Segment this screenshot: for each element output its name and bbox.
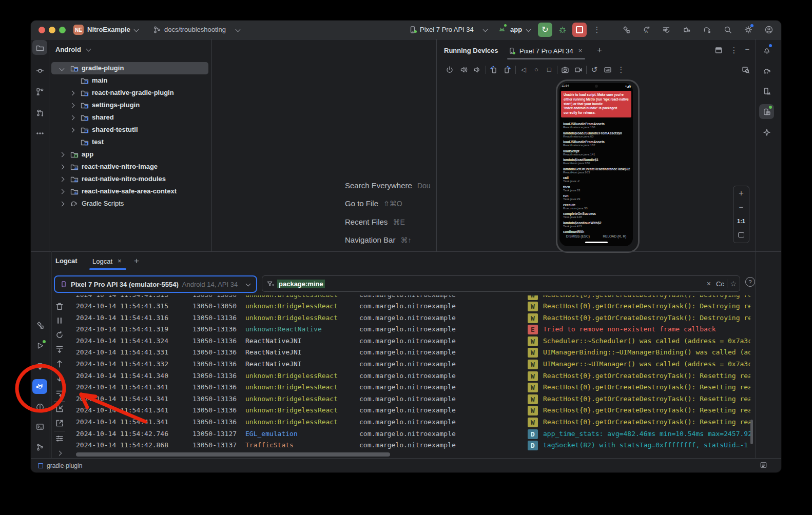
tree-item-gradle-plugin[interactable]: gradle-plugin [51,62,208,74]
tree-chevron-icon[interactable] [70,103,75,108]
logcat-tab[interactable]: Logcat × [92,257,122,265]
project-view-selector[interactable]: Android [55,46,90,53]
tree-chevron-icon[interactable] [60,165,65,170]
logcat-import-icon[interactable] [55,404,64,413]
tool-pull-requests-button[interactable] [32,105,47,120]
logcat-scroll-to-end-icon[interactable] [55,345,64,354]
tree-item-shared[interactable]: shared [51,111,208,124]
panel-hide-icon[interactable]: − [743,45,751,53]
run-configurations-icon[interactable] [662,26,670,34]
ai-assistant-button[interactable] [759,125,774,140]
log-row[interactable]: 2024-10-14 11:54:41.31513050-13050unknow… [72,301,750,312]
emulator-screenshot-icon[interactable] [561,66,569,74]
panel-options-kebab-icon[interactable]: ⋮ [730,46,738,54]
tree-item-gradle-scripts[interactable]: Gradle Scripts [51,197,208,210]
filter-help-icon[interactable]: ? [745,277,755,287]
project-name[interactable]: NitroExample [87,26,130,33]
zoom-fit-button[interactable] [733,228,749,242]
profile-avatar-icon[interactable] [765,26,773,34]
status-reader-mode-icon[interactable] [760,461,767,469]
emulator-power-icon[interactable] [446,66,454,74]
running-devices-tab[interactable]: Pixel 7 Pro API 34 × [508,45,582,57]
logcat-output[interactable]: 2024-10-14 11:54:41.31313050-13050unknow… [72,295,750,455]
tree-chevron-icon[interactable] [70,91,75,96]
emulator-screen-record-icon[interactable] [574,66,583,74]
log-row[interactable]: 2024-10-14 11:54:41.34113050-13136unknow… [72,393,750,405]
log-row[interactable]: 2024-10-14 11:54:41.31313050-13050unknow… [72,295,750,301]
log-row[interactable]: 2024-10-14 11:54:41.33113050-13136ReactN… [72,347,750,359]
tree-item-main[interactable]: main [51,74,208,87]
tree-chevron-icon[interactable] [60,66,65,71]
tree-item-react-native-safe-area-context[interactable]: react-native-safe-area-context [51,185,208,197]
run-config-selector[interactable]: app [510,26,522,33]
logcat-device-selector[interactable]: Pixel 7 Pro API 34 (emulator-5554) Andro… [54,275,257,293]
log-row[interactable]: 2024-10-14 11:54:41.34013050-13136unknow… [72,370,750,382]
zoom-reset-button[interactable]: 1:1 [733,214,749,228]
tree-chevron-icon[interactable] [60,189,65,194]
tool-version-control-button[interactable] [32,440,47,454]
log-row[interactable]: 2024-10-14 11:54:41.34113050-13136unknow… [72,417,750,428]
filter-clear-icon[interactable]: × [707,280,711,288]
window-zoom-button[interactable] [59,27,66,33]
tool-terminal-button[interactable] [32,419,47,434]
logcat-pause-icon[interactable] [55,316,64,325]
tab-close-icon[interactable]: × [578,47,583,55]
panel-layout-icon[interactable] [714,46,723,54]
emulator-screen[interactable]: 11:54 ▾◢▮ Unable to load script. Make su… [559,83,633,246]
tool-resource-manager-button[interactable] [32,359,47,373]
logcat-gutter-expand-icon[interactable] [57,451,62,456]
tree-item-app[interactable]: app [51,148,208,161]
device-selector[interactable]: Pixel 7 Pro API 34 [420,26,474,33]
emulator-mirror-search-icon[interactable] [742,66,750,74]
dismiss-button[interactable]: DISMISS (ESC) [566,234,590,238]
tool-structure-button[interactable] [32,84,47,99]
tree-chevron-icon[interactable] [70,128,75,133]
emulator-more-kebab-icon[interactable]: ⋮ [617,66,625,74]
log-row[interactable]: 2024-10-14 11:54:41.31913050-13136unknow… [72,324,750,335]
tool-more-button[interactable] [32,126,47,141]
tree-chevron-icon[interactable] [60,202,65,207]
zoom-in-button[interactable]: + [733,186,749,200]
log-row[interactable]: 2024-10-14 11:54:41.32413050-13136ReactN… [72,335,750,347]
run-more-kebab-icon[interactable]: ⋮ [593,26,601,34]
stop-button[interactable] [572,23,587,37]
tree-chevron-icon[interactable] [70,115,75,121]
logcat-filter-field[interactable]: package:mine × Cc ☆ [262,275,740,292]
emulator-volume-down-icon[interactable] [473,66,481,74]
logcat-export-icon[interactable] [55,419,64,428]
gradle-panel-button[interactable] [759,63,774,78]
search-icon[interactable] [724,26,732,34]
tool-problems-button[interactable] [32,400,47,414]
emulator-rotate-left-icon[interactable] [490,66,498,74]
logcat-clear-trash-icon[interactable] [55,302,64,311]
window-close-button[interactable] [38,27,45,33]
notifications-button[interactable] [759,43,774,57]
emulator-overview-icon[interactable]: □ [545,66,553,74]
log-row[interactable]: 2024-10-14 11:54:42.86813050-13137Traffi… [72,440,750,451]
tool-run-button[interactable] [32,338,47,353]
new-logcat-tab-plus-icon[interactable]: + [132,257,141,265]
logcat-soft-wrap-icon[interactable] [55,389,64,398]
emulator-rotate-right-icon[interactable] [503,66,511,74]
device-manager-button[interactable] [759,84,774,98]
window-minimize-button[interactable] [49,27,55,33]
emulator-back-icon[interactable]: ◁ [519,66,528,74]
emulator-home-icon[interactable]: ○ [532,66,540,74]
logcat-next-occurrence-icon[interactable] [55,373,64,383]
zoom-out-button[interactable]: − [733,200,749,214]
emulator-input-snippet-icon[interactable] [604,66,612,74]
log-row[interactable]: 2024-10-14 11:54:41.34113050-13136unknow… [72,382,750,393]
logcat-horizontal-scrollbar[interactable] [76,452,390,457]
status-bar-module[interactable]: gradle-plugin [38,462,82,469]
profiler-bug-icon[interactable] [683,26,691,34]
tool-logcat-button[interactable] [32,379,47,394]
tool-build-button[interactable] [32,318,47,332]
logcat-tab-close-icon[interactable]: × [118,257,122,265]
filter-favorite-star-icon[interactable]: ☆ [730,280,737,288]
tree-item-react-native-nitro-image[interactable]: react-native-nitro-image [51,161,208,173]
tree-item-react-native-gradle-plugin[interactable]: react-native-gradle-plugin [51,87,208,99]
gradle-sync-icon[interactable] [703,26,711,34]
tree-item-shared-testutil[interactable]: shared-testutil [51,124,208,136]
logcat-restart-icon[interactable] [55,330,64,340]
sync-code-changes-icon[interactable] [643,26,651,34]
